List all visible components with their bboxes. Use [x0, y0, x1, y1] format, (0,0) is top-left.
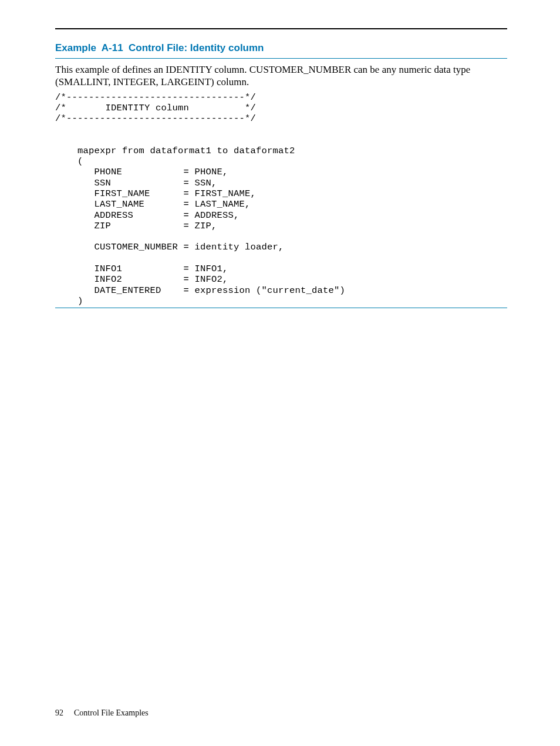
example-description: This example of defines an IDENTITY colu…: [55, 63, 507, 89]
footer-section-title: Control File Examples: [74, 708, 149, 717]
example-title-text: Control File: Identity column: [129, 42, 264, 53]
top-horizontal-rule: [55, 28, 507, 29]
title-underline-rule: [55, 58, 507, 59]
page-footer: 92Control File Examples: [55, 708, 149, 718]
example-title: Example A-11 Control File: Identity colu…: [55, 42, 507, 54]
example-label-prefix: Example A-11: [55, 42, 129, 53]
code-bottom-rule: [55, 308, 507, 308]
page-number: 92: [55, 708, 63, 717]
code-block: /*--------------------------------*/ /* …: [55, 92, 507, 307]
